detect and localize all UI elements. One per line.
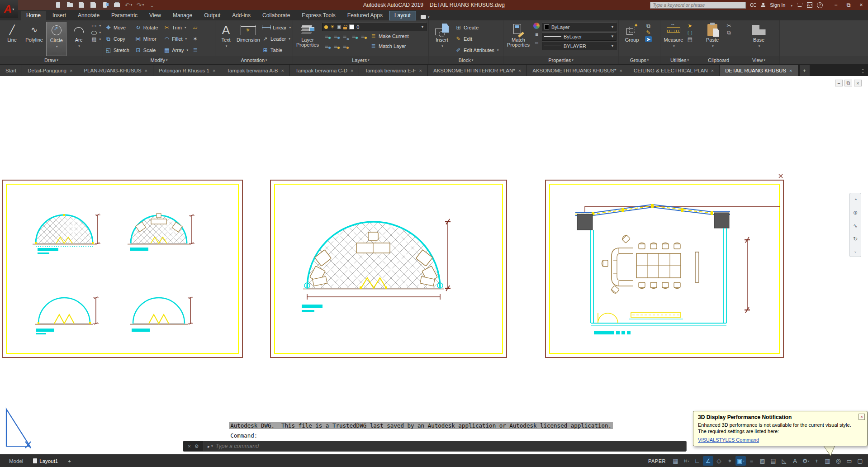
erase-button[interactable]: ▱ [192,22,199,33]
polyline-button[interactable]: ∿ Polyline [24,22,44,56]
group-button[interactable]: ✦ Group [621,22,643,56]
close-icon[interactable]: × [711,68,714,73]
layer-thaw-icon[interactable]: ☀ [330,24,335,30]
text-button[interactable]: A Text [217,22,235,56]
doc-tab-start[interactable]: Start [0,65,22,76]
tab-overflow-button[interactable]: ⌄⌄ [861,65,864,76]
quick-properties-icon[interactable]: ▥ [822,456,833,466]
linear-dimension-button[interactable]: Linear [262,22,291,33]
help-search-input[interactable] [650,2,746,9]
close-button[interactable]: × [855,1,867,9]
open-from-web-button[interactable] [101,1,109,9]
doc-tab-potongan[interactable]: Potongan R.Khusus 1× [153,65,221,76]
navbar-more-icon[interactable]: ⌄ [854,249,857,253]
steering-wheel-icon[interactable]: ◔ [854,196,857,203]
command-customize-icon[interactable]: ⚙ [194,443,199,449]
autodesk-app-icon[interactable]: A [807,2,812,8]
edit-attributes-button[interactable]: ✐Edit Attributes [455,44,498,56]
new-file-button[interactable] [54,1,62,9]
hatch-tool-button[interactable]: ▨ [91,36,101,42]
layer-on-icon[interactable] [324,25,328,29]
paper-model-toggle[interactable]: PAPER [644,458,670,464]
save-button[interactable] [78,1,85,9]
line-button[interactable]: ╱ Line [2,22,22,56]
panel-label-modify[interactable]: Modify [103,56,215,64]
layer-freeze-icon[interactable]: ≣ [340,33,349,39]
ortho-icon[interactable]: ∟ [692,456,702,466]
search-icon[interactable] [750,3,756,7]
tab-express-tools[interactable]: Express Tools [296,11,341,20]
close-icon[interactable]: × [789,68,792,73]
sign-in-dropdown[interactable] [790,2,792,8]
offset-button[interactable]: ≣ [192,44,199,56]
point-style-button[interactable]: ▢ [687,29,693,35]
close-icon[interactable]: × [351,68,353,73]
visualstyles-command-link[interactable]: VISUALSTYLES Command [693,434,867,443]
object-color-combo[interactable]: ByLayer ▼ [542,23,617,31]
tab-featured-apps[interactable]: Featured Apps [342,11,388,20]
base-view-button[interactable]: Base [748,22,770,56]
notification-close-icon[interactable]: × [859,414,865,420]
isometric-drafting-icon[interactable]: ◇ [714,456,724,466]
paste-button[interactable]: Paste [701,22,724,56]
mirror-button[interactable]: ⋈Mirror [135,33,158,44]
layout1-tab[interactable]: Layout1 [28,457,62,466]
doc-tab-tampak-cd[interactable]: Tampak berwarna C-D× [290,65,359,76]
tab-manage[interactable]: Manage [167,11,198,20]
table-button[interactable]: ⊞Table [262,44,291,56]
layer-lock-icon[interactable] [343,27,347,29]
save-as-button[interactable] [90,1,97,9]
group-selection-toggle[interactable]: ➤ [645,36,652,42]
edit-block-button[interactable]: ✎Edit [455,33,498,44]
match-layer-button[interactable]: ≣Match Layer [370,41,409,51]
doc-tab-ceiling-electrical[interactable]: CEILING & ELECTRICAL PLAN× [628,65,719,76]
cut-button[interactable]: ✂ [726,23,732,29]
qat-customize-button[interactable]: ⌄ [148,1,156,9]
clean-screen-icon[interactable]: ▢ [855,456,865,466]
ribbon-display-options-button[interactable] [421,15,430,19]
close-icon[interactable]: × [518,68,521,73]
group-edit-button[interactable]: ✎ [645,29,652,35]
insert-block-button[interactable]: Insert [431,22,453,56]
tab-output[interactable]: Output [199,11,226,20]
undo-button[interactable]: ↶ [125,1,132,9]
zoom-icon[interactable]: ∿ [853,223,858,229]
orbit-icon[interactable]: ↻ [853,236,858,242]
graphics-performance-icon[interactable]: ▭ [844,456,854,466]
layer-color-swatch[interactable] [349,24,354,29]
polar-tracking-icon[interactable]: ∠ [703,456,713,466]
doc-restore-button[interactable]: ⧉ [844,80,852,86]
lineweight-icon[interactable]: ≡ [746,456,757,466]
store-cart-icon[interactable] [797,3,802,7]
command-input[interactable] [216,443,686,449]
new-layout-button[interactable]: + [63,457,76,466]
arc-button[interactable]: Arc [68,22,89,56]
panel-label-clipboard[interactable]: Clipboard [699,56,738,64]
stretch-button[interactable]: ◱Stretch [105,44,129,56]
application-menu-button[interactable]: A▾ [0,0,18,18]
isolate-objects-icon[interactable]: ◎ [833,456,844,466]
panel-label-draw[interactable]: Draw [0,56,103,64]
doc-tab-plan-ruang-khusus[interactable]: PLAN-RUANG-KHUSUS× [78,65,153,76]
layer-vp-freeze-icon[interactable]: ▣ [337,24,341,29]
panel-label-block[interactable]: Block [429,56,503,64]
copy-clip-button[interactable]: ⧉ [726,29,732,35]
doc-tab-tampak-ab[interactable]: Tampak berwarna A-B× [221,65,289,76]
circle-button[interactable]: Circle [46,22,66,56]
create-block-button[interactable]: ⊞Create [455,22,498,33]
grid-icon[interactable]: ▦ [670,456,681,466]
trim-button[interactable]: ✂Trim [163,22,188,33]
close-icon[interactable]: × [213,68,215,73]
workspace-switching-icon[interactable]: ⚙ [801,456,811,466]
tab-insert[interactable]: Insert [47,11,71,20]
layer-walk-icon[interactable]: ≣ [322,43,331,49]
layer-off-icon[interactable]: ≣ [358,33,367,39]
open-file-button[interactable] [66,1,73,9]
close-icon[interactable]: × [70,68,72,73]
tab-layout[interactable]: Layout [389,11,416,20]
transparency-icon[interactable]: ▨ [757,456,768,466]
move-button[interactable]: ✥Move [105,22,129,33]
dimension-button[interactable]: Dimension [237,22,260,56]
layer-thaw-all-icon[interactable]: ≣ [331,43,340,49]
redo-button[interactable]: ↷ [137,1,144,9]
